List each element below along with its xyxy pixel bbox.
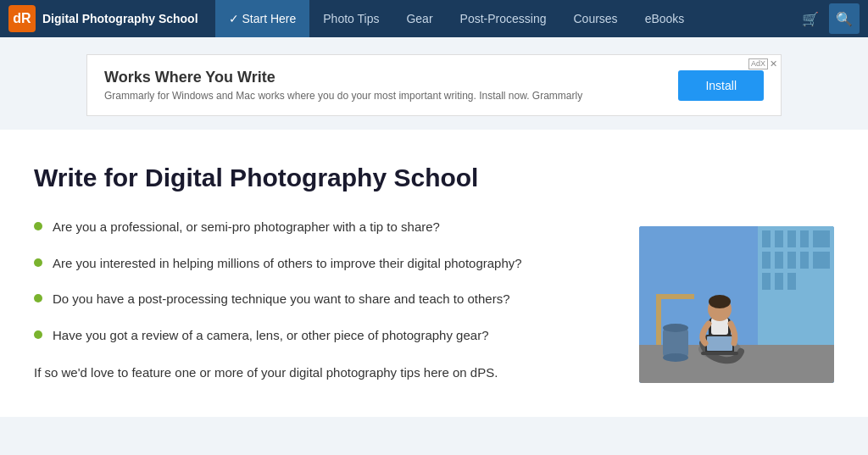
svg-rect-16 bbox=[656, 294, 661, 345]
svg-rect-17 bbox=[656, 294, 694, 299]
svg-rect-6 bbox=[813, 230, 830, 247]
bullet-dot bbox=[34, 222, 42, 230]
svg-rect-25 bbox=[701, 352, 738, 355]
ad-install-button[interactable]: Install bbox=[678, 70, 764, 101]
svg-rect-10 bbox=[800, 252, 809, 269]
list-item: Have you got a review of a camera, lens,… bbox=[34, 326, 605, 346]
nav-right: 🛒 🔍 bbox=[795, 3, 860, 34]
ad-badge: AdX bbox=[748, 58, 768, 69]
bullet-text: Have you got a review of a camera, lens,… bbox=[53, 326, 488, 346]
svg-rect-26 bbox=[663, 328, 688, 358]
svg-rect-14 bbox=[787, 273, 796, 290]
svg-point-27 bbox=[663, 324, 688, 332]
nav-ebooks[interactable]: eBooks bbox=[632, 0, 698, 37]
ad-text: Works Where You Write Grammarly for Wind… bbox=[104, 69, 582, 102]
nav-start-here[interactable]: ✓ Start Here bbox=[215, 0, 310, 37]
list-item: Are you a professional, or semi-pro phot… bbox=[34, 218, 605, 237]
main-content: Write for Digital Photography School Are… bbox=[0, 130, 868, 417]
nav-links: ✓ Start Here Photo Tips Gear Post-Proces… bbox=[215, 0, 795, 37]
cta-text: If so we'd love to feature one or more o… bbox=[34, 365, 605, 380]
site-name: Digital Photography School bbox=[42, 12, 198, 25]
svg-rect-8 bbox=[775, 252, 783, 269]
content-wrapper: Are you a professional, or semi-pro phot… bbox=[34, 218, 834, 383]
nav-courses[interactable]: Courses bbox=[559, 0, 631, 37]
ad-close-button[interactable]: ✕ bbox=[770, 58, 777, 69]
svg-rect-3 bbox=[775, 230, 783, 247]
bullet-dot bbox=[34, 330, 42, 339]
svg-point-22 bbox=[709, 295, 731, 308]
site-logo[interactable]: dR Digital Photography School bbox=[8, 5, 198, 32]
page-title: Write for Digital Photography School bbox=[34, 164, 834, 192]
content-left: Are you a professional, or semi-pro phot… bbox=[34, 218, 605, 380]
list-item: Are you interested in helping millions o… bbox=[34, 254, 605, 274]
ad-description: Grammarly for Windows and Mac works wher… bbox=[104, 90, 582, 102]
feature-image bbox=[639, 226, 834, 383]
nav-gear[interactable]: Gear bbox=[392, 0, 446, 37]
svg-point-28 bbox=[663, 353, 688, 362]
svg-rect-13 bbox=[775, 273, 783, 290]
bullet-text: Are you interested in helping millions o… bbox=[53, 254, 522, 274]
nav-photo-tips[interactable]: Photo Tips bbox=[309, 0, 392, 37]
nav-post-processing[interactable]: Post-Processing bbox=[447, 0, 560, 37]
bullet-dot bbox=[34, 294, 42, 302]
svg-rect-7 bbox=[762, 252, 771, 269]
bullet-text: Are you a professional, or semi-pro phot… bbox=[53, 218, 440, 237]
svg-rect-24 bbox=[707, 336, 732, 351]
bullet-text: Do you have a post-processing technique … bbox=[53, 290, 510, 309]
svg-rect-2 bbox=[762, 230, 771, 247]
svg-rect-9 bbox=[787, 252, 796, 269]
svg-rect-12 bbox=[762, 273, 771, 290]
svg-rect-11 bbox=[813, 252, 830, 269]
logo-icon: dR bbox=[8, 5, 36, 32]
bullet-dot bbox=[34, 258, 42, 267]
bullet-list: Are you a professional, or semi-pro phot… bbox=[34, 218, 605, 345]
svg-rect-4 bbox=[787, 230, 796, 247]
ad-title: Works Where You Write bbox=[104, 69, 582, 86]
cart-button[interactable]: 🛒 bbox=[795, 3, 826, 34]
ad-banner: AdX ✕ Works Where You Write Grammarly fo… bbox=[86, 54, 782, 116]
navbar: dR Digital Photography School ✓ Start He… bbox=[0, 0, 868, 37]
list-item: Do you have a post-processing technique … bbox=[34, 290, 605, 309]
svg-rect-5 bbox=[800, 230, 809, 247]
search-button[interactable]: 🔍 bbox=[829, 3, 860, 34]
ad-controls: AdX ✕ bbox=[748, 58, 777, 69]
ad-container: AdX ✕ Works Where You Write Grammarly fo… bbox=[0, 37, 868, 130]
